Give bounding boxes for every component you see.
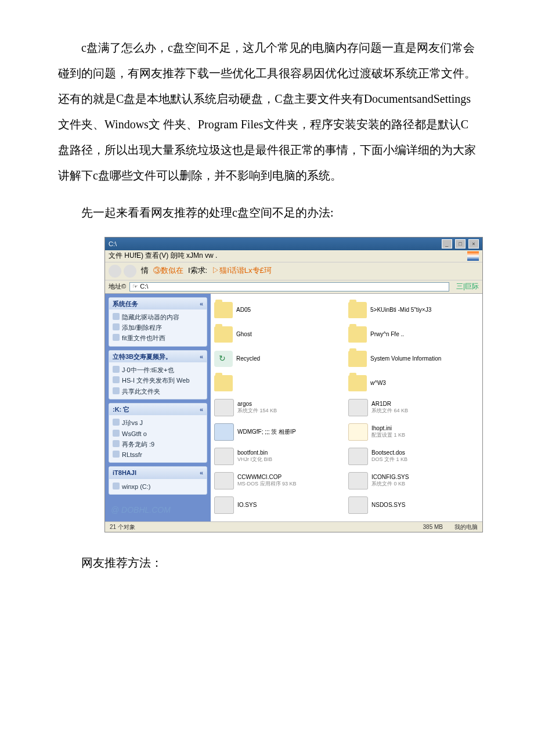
file-name: NSDOS.SYS — [371, 501, 405, 509]
sidebar-item[interactable]: winxp (C:) — [113, 481, 203, 492]
sidebar-panel[interactable]: 系统任务隐藏此驱动器的内容添加/删除程序fit重文件也叶西 — [109, 297, 207, 347]
sidebar-item[interactable]: 再务龙屿 :9 — [113, 439, 203, 449]
file-item[interactable]: System Volume Information — [348, 347, 479, 370]
sidebar-item[interactable]: HS‑I 文件夹发布到 Web — [113, 375, 203, 386]
sidebar-panel-title[interactable]: 立特3B交寿夏频异。 — [109, 351, 207, 362]
file-name: AD05 — [236, 306, 251, 314]
sidebar-panel-body: 隐藏此驱动器的内容添加/删除程序fit重文件也叶西 — [109, 309, 207, 346]
file-item[interactable]: CCWWMCI.COPMS‑DOS 应用程序 93 KB — [214, 469, 345, 492]
sidebar-item[interactable]: 隐藏此驱动器的内容 — [113, 312, 203, 322]
sidebar-panel-body: J珍vs JWsGtft o再务龙屿 :9RLtssfr — [109, 415, 207, 462]
titlebar[interactable]: C:\ _ □ × — [105, 237, 482, 250]
sidebar-item[interactable]: 添加/删除程序 — [113, 322, 203, 333]
sidebar-item[interactable]: J珍vs J — [113, 417, 203, 428]
sys-icon — [348, 448, 368, 465]
file-meta: 系统文件 154 KB — [237, 408, 277, 415]
sidebar-panel[interactable]: iT8HAJIwinxp (C:) — [109, 466, 207, 495]
file-name: Ghost — [236, 330, 252, 338]
file-grid[interactable]: AD055>KUinBti ‑Mid 5"tiy×J3GhostPrwy^n F… — [211, 294, 482, 521]
file-name: CCWWMCI.COP — [237, 473, 297, 481]
sys-icon — [214, 448, 234, 465]
window-buttons[interactable]: _ □ × — [441, 239, 479, 249]
file-label: w^W3 — [370, 379, 386, 387]
folder-icon — [348, 375, 367, 391]
file-item[interactable]: AR1DR系统文件 64 KB — [348, 396, 479, 419]
file-item[interactable]: Ghost — [214, 323, 345, 346]
sys-icon — [348, 496, 368, 514]
file-name: ICONFIG.SYS — [371, 473, 409, 481]
sidebar: 系统任务隐藏此驱动器的内容添加/删除程序fit重文件也叶西立特3B交寿夏频异。J… — [105, 294, 211, 521]
toolbar-search-label: I索求: — [188, 266, 207, 276]
file-label: bootfont.binVHJr I文化 BIB — [237, 449, 272, 463]
file-item[interactable] — [214, 372, 345, 395]
file-item[interactable]: w^W3 — [348, 372, 479, 395]
file-item[interactable]: 5>KUinBti ‑Mid 5"tiy×J3 — [348, 298, 479, 322]
sidebar-item[interactable]: fit重文件也叶西 — [113, 333, 203, 343]
file-name: AR1DR — [371, 400, 408, 408]
close-icon[interactable]: × — [468, 239, 479, 249]
file-meta: DOS 文件 1 KB — [371, 456, 407, 463]
windows-flag-icon — [467, 251, 479, 261]
back-icon[interactable] — [109, 265, 121, 278]
file-item[interactable]: AD05 — [214, 298, 345, 322]
address-label: 地址© — [109, 282, 126, 290]
sidebar-item[interactable]: J·0中一件:tE发+也 — [113, 365, 203, 375]
address-bar[interactable]: 地址© 三|巨际 — [105, 280, 482, 294]
file-meta: 系统文件 64 KB — [371, 408, 408, 415]
sidebar-item[interactable]: RLtssfr — [113, 449, 203, 460]
menubar[interactable]: 文件 HUfE) 查看(V) 朗吨 xJMn vw . — [105, 250, 482, 262]
file-item[interactable]: NSDOS.SYS — [348, 494, 479, 517]
file-name: w^W3 — [370, 379, 386, 387]
sidebar-panel-body: J·0中一件:tE发+也HS‑I 文件夹发布到 Web共享此文件夹 — [109, 362, 207, 399]
toolbar-text-mid: ③数似在 — [153, 266, 183, 276]
menubar-items[interactable]: 文件 HUfE) 查看(V) 朗吨 xJMn vw . — [109, 251, 217, 260]
forward-icon[interactable] — [124, 265, 136, 278]
toolbar-text-right: ▷猫I话谐Lx专£珂 — [212, 266, 272, 276]
sidebar-panel[interactable]: 立特3B交寿夏频异。J·0中一件:tE发+也HS‑I 文件夹发布到 Web共享此… — [109, 350, 207, 399]
file-label: Bootsect.dosDOS 文件 1 KB — [371, 449, 407, 463]
file-label: Recycled — [236, 355, 260, 362]
file-name: IO.SYS — [237, 501, 257, 509]
maximize-icon[interactable]: □ — [455, 239, 466, 249]
file-label: Prwy^n Ffe .. — [370, 330, 404, 338]
sidebar-item[interactable]: WsGtft o — [113, 429, 203, 439]
sidebar-panel[interactable]: :K: 它J珍vs JWsGtft o再务龙屿 :9RLtssfr — [109, 403, 207, 463]
sidebar-item[interactable]: 共享此文件夹 — [113, 386, 203, 397]
toolbar-text-left: 情 — [141, 266, 149, 276]
file-label: IO.SYS — [237, 501, 257, 509]
file-label: ICONFIG.SYS系统文件 0 KB — [371, 473, 409, 488]
address-input[interactable] — [129, 282, 449, 291]
sidebar-panel-title[interactable]: iT8HAJI — [109, 467, 207, 478]
file-item[interactable]: Recycled — [214, 347, 345, 370]
file-meta: 配置设置 1 KB — [371, 432, 405, 439]
minimize-icon[interactable]: _ — [442, 239, 452, 249]
sidebar-panel-body: winxp (C:) — [109, 479, 207, 494]
file-label: CCWWMCI.COPMS‑DOS 应用程序 93 KB — [237, 473, 297, 488]
folder-icon — [348, 326, 367, 343]
sys-icon — [348, 472, 368, 489]
toolbar[interactable]: 情 ③数似在 I索求: ▷猫I话谐Lx专£珂 — [105, 262, 482, 280]
file-name: Prwy^n Ffe .. — [370, 330, 404, 338]
file-item[interactable]: argos系统文件 154 KB — [214, 396, 345, 419]
explorer-window: C:\ _ □ × 文件 HUfE) 查看(V) 朗吨 xJMn vw . 情 … — [104, 237, 483, 532]
sys-icon — [214, 496, 234, 514]
file-item[interactable]: Prwy^n Ffe .. — [348, 323, 479, 346]
file-item[interactable]: WDMGfF; ;;; 茨 相册IP — [214, 420, 345, 444]
go-button[interactable]: 三|巨际 — [456, 282, 479, 291]
file-name: WDMGfF; ;;; 茨 相册IP — [237, 428, 296, 435]
file-item[interactable]: bootfont.binVHJr I文化 BIB — [214, 445, 345, 468]
file-item[interactable]: ICONFIG.SYS系统文件 0 KB — [348, 469, 479, 492]
file-label: AR1DR系统文件 64 KB — [371, 400, 408, 415]
folder-icon — [348, 302, 367, 318]
file-item[interactable]: IO.SYS — [214, 494, 345, 517]
file-name: System Volume Information — [370, 355, 441, 362]
file-name: argos — [237, 400, 277, 408]
sidebar-panel-title[interactable]: :K: 它 — [109, 404, 207, 415]
file-label: WDMGfF; ;;; 茨 相册IP — [237, 428, 296, 435]
status-right: 我的电脑 — [454, 523, 478, 531]
paragraph-method: 网友推荐方法： — [58, 550, 476, 575]
file-item[interactable]: Bootsect.dosDOS 文件 1 KB — [348, 445, 479, 468]
file-name: Ihopt.ini — [371, 424, 405, 432]
sidebar-panel-title[interactable]: 系统任务 — [109, 298, 207, 309]
file-item[interactable]: Ihopt.ini配置设置 1 KB — [348, 420, 479, 444]
